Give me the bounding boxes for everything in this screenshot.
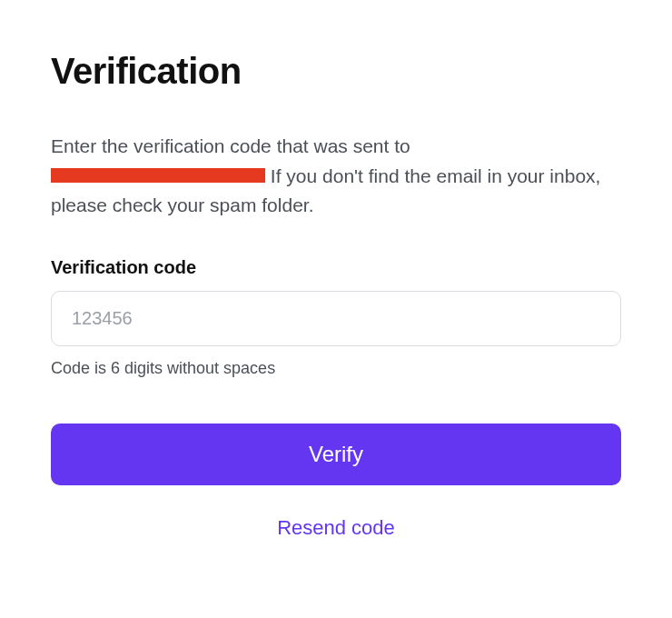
verification-code-input[interactable] xyxy=(51,291,621,346)
verify-button[interactable]: Verify xyxy=(51,424,621,485)
resend-code-button[interactable]: Resend code xyxy=(51,511,621,545)
instructions-prefix: Enter the verification code that was sen… xyxy=(51,135,410,156)
code-hint: Code is 6 digits without spaces xyxy=(51,359,621,378)
page-title: Verification xyxy=(51,51,621,92)
code-label: Verification code xyxy=(51,257,621,278)
instructions-text: Enter the verification code that was sen… xyxy=(51,132,621,221)
redacted-email xyxy=(51,168,265,183)
